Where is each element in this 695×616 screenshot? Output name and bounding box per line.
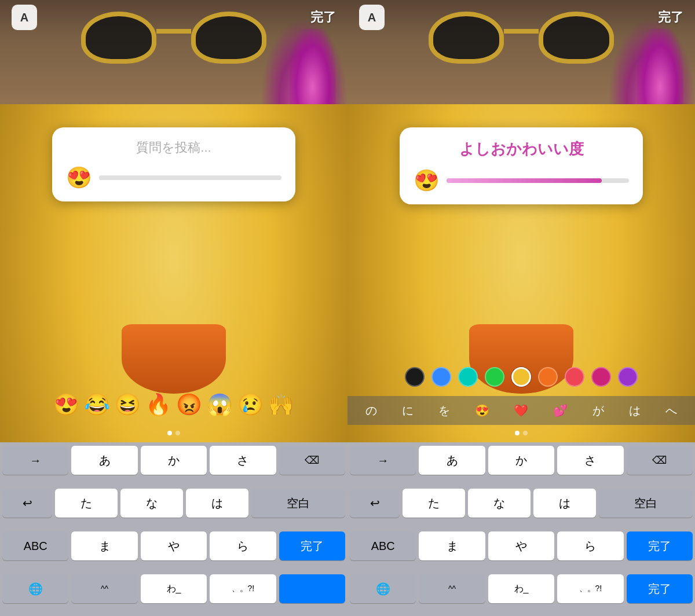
kb-ha-left[interactable]: は [186,489,248,518]
widget-emoji-right: 😍 [414,168,440,193]
color-row-right [348,362,695,391]
widget-title-right: よしおかわいい度 [414,139,629,159]
sug-hearts[interactable]: 💕 [553,404,568,417]
dots-left [0,431,348,435]
kb-punct-left[interactable]: 、。?! [210,574,276,603]
kb-sa-left[interactable]: さ [210,446,276,475]
sug-wo[interactable]: を [438,403,450,419]
kb-a-right[interactable]: あ [419,446,485,475]
color-teal[interactable] [458,367,478,387]
kb-done-left[interactable]: 完了 [279,531,345,560]
emoji-7[interactable]: 😢 [237,393,264,417]
color-blue[interactable] [431,367,451,387]
widget-slider-row-right: 😍 [414,168,629,193]
sug-ni[interactable]: に [402,403,414,419]
slider-track-right[interactable] [447,178,629,183]
kb-ma-right[interactable]: ま [419,531,485,560]
kb-kana-left[interactable]: ^^ [71,574,137,603]
kb-space-right[interactable]: 空白 [599,489,693,518]
color-red[interactable] [565,367,584,387]
kb-arrow-right[interactable]: → [350,446,416,475]
kb-globe-left[interactable]: 🌐 [2,574,68,603]
emoji-8[interactable]: 🙌 [268,393,294,417]
kb-ra-left[interactable]: ら [210,531,276,560]
sug-emoji1[interactable]: 😍 [475,404,489,417]
widget-emoji-left: 😍 [66,166,92,190]
kb-ya-right[interactable]: や [488,531,554,560]
kb-a-left[interactable]: あ [71,446,137,475]
kb-abc-left[interactable]: ABC [2,531,68,560]
kb-ya-left[interactable]: や [141,531,207,560]
emoji-6[interactable]: 😱 [207,393,233,417]
kb-done2-left[interactable] [279,574,345,603]
kb-ka-left[interactable]: か [141,446,207,475]
kb-done2-right[interactable]: 完了 [627,574,693,603]
kb-na-right[interactable]: な [468,489,531,518]
emoji-1[interactable]: 😍 [53,393,79,417]
kb-row-3-left: ABC ま や ら 完了 [2,531,345,571]
right-panel: A 完了 よしおかわいい度 😍 の に を 😍 ❤️ 💕 が は へ [348,0,695,616]
kb-kana-right[interactable]: ^^ [419,574,485,603]
done-button-right[interactable]: 完了 [658,9,683,26]
kb-backspace-left[interactable]: ⌫ [279,446,345,475]
kb-row-1-left: → あ か さ ⌫ [2,446,345,485]
widget-input-left[interactable]: 質問を投稿... [66,139,281,156]
widget-placeholder-left: 質問を投稿... [136,140,211,155]
color-purple[interactable] [618,367,638,387]
keyboard-left: → あ か さ ⌫ ↩ た な は 空白 ABC ま や ら 完了 🌐 ^^ わ… [0,442,348,616]
emoji-2[interactable]: 😂 [84,393,110,417]
left-panel: A 完了 質問を投稿... 😍 😍 😂 😆 🔥 😡 😱 😢 🙌 [0,0,348,616]
kb-ta-left[interactable]: た [55,489,118,518]
sug-no[interactable]: の [365,403,377,419]
dots-right [348,431,695,435]
kb-row-1-right: → あ か さ ⌫ [350,446,693,485]
color-pink[interactable] [591,367,611,387]
kb-sa-right[interactable]: さ [557,446,623,475]
dot-2-right [523,431,528,435]
widget-card-left: 質問を投稿... 😍 [52,127,295,201]
kb-globe-right[interactable]: 🌐 [350,574,416,603]
slider-track-left[interactable] [99,175,281,180]
kb-row-4-right: 🌐 ^^ わ_ 、。?! 完了 [350,574,693,614]
color-yellow[interactable] [511,367,531,387]
kb-wa-left[interactable]: わ_ [141,574,207,603]
input-indicator-right: A [359,5,385,30]
kb-backspace-right[interactable]: ⌫ [627,446,693,475]
done-button-left[interactable]: 完了 [310,9,336,26]
sug-ha[interactable]: は [629,403,641,419]
kb-ta-right[interactable]: た [403,489,465,518]
kb-wa-right[interactable]: わ_ [488,574,554,603]
top-bar-left: A 完了 [0,0,348,35]
kb-row-3-right: ABC ま や ら 完了 [350,531,693,571]
keyboard-right: → あ か さ ⌫ ↩ た な は 空白 ABC ま や ら 完了 🌐 ^^ わ… [348,442,695,616]
kb-abc-right[interactable]: ABC [350,531,416,560]
sug-heart[interactable]: ❤️ [514,404,528,417]
emoji-row-left: 😍 😂 😆 🔥 😡 😱 😢 🙌 [0,384,348,425]
kb-na-left[interactable]: な [120,489,183,518]
kb-done-right[interactable]: 完了 [627,531,693,560]
color-green[interactable] [485,367,504,387]
sug-he[interactable]: へ [665,403,677,419]
emoji-4[interactable]: 🔥 [145,393,171,417]
kb-space-left[interactable]: 空白 [251,489,345,518]
kb-ra-right[interactable]: ら [557,531,623,560]
dot-2-left [175,431,180,435]
color-black[interactable] [405,367,425,387]
kb-ha-right[interactable]: は [533,489,596,518]
duck-beak [122,324,226,394]
kb-arrow-left[interactable]: → [2,446,68,475]
kb-enter-left[interactable]: ↩ [2,489,52,518]
kb-row-2-left: ↩ た な は 空白 [2,489,345,528]
top-bar-right: A 完了 [348,0,695,35]
emoji-5[interactable]: 😡 [176,393,202,417]
sug-ga[interactable]: が [592,403,604,419]
kb-ma-left[interactable]: ま [71,531,137,560]
kb-ka-right[interactable]: か [488,446,554,475]
color-orange[interactable] [538,367,558,387]
emoji-3[interactable]: 😆 [115,393,141,417]
kb-row-2-right: ↩ た な は 空白 [350,489,693,528]
widget-slider-row-left: 😍 [66,166,281,190]
indicator-label-right: A [368,11,376,24]
kb-punct-right[interactable]: 、。?! [557,574,623,603]
kb-enter-right[interactable]: ↩ [350,489,400,518]
